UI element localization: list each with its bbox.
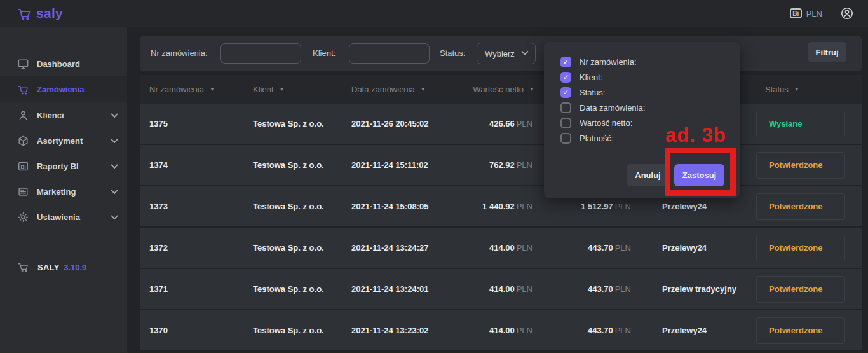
sidebar: Dashboard Zamówienia Klienci Asorty [0, 27, 127, 353]
account-icon[interactable] [840, 6, 854, 20]
package-icon [17, 135, 29, 147]
client-filter-input[interactable] [349, 43, 430, 64]
sort-arrow-icon: ▼ [421, 87, 426, 92]
column-header-status[interactable]: Status▼ [750, 85, 862, 94]
table-row[interactable]: 1373 Testowa Sp. z o.o. 2021-11-24 15:08… [140, 186, 862, 226]
sidebar-item-dashboard[interactable]: Dashboard [0, 52, 127, 77]
status-cell: Potwierdzone [750, 317, 862, 344]
checkbox-checked[interactable]: ✓ [560, 87, 571, 98]
order-date-cell: 2021-11-24 13:23:02 [351, 326, 471, 335]
checkbox-unchecked[interactable] [560, 102, 571, 113]
user-icon [17, 109, 29, 121]
status-cell: Potwierdzone [750, 152, 862, 179]
payment-cell: Przelewy24 [634, 326, 750, 335]
popup-option: ✓ Status: [544, 85, 740, 100]
column-header-netto[interactable]: Wartość netto▼ [471, 85, 534, 94]
brutto-cell: 443.70PLN [534, 284, 634, 294]
chevron-down-icon [111, 187, 118, 194]
netto-cell: 414.00PLN [471, 284, 534, 294]
topbar: saly Bi PLN [0, 0, 868, 27]
news-icon [17, 186, 29, 198]
netto-cell: 426.66PLN [471, 119, 534, 128]
brutto-cell: 1 512.97PLN [534, 202, 634, 211]
sidebar-item-klienci[interactable]: Klienci [0, 102, 127, 128]
table-header: Nr zamówienia▼ Klient▼ Data zamówienia▼ … [140, 75, 862, 104]
cart-icon [17, 83, 29, 95]
payment-cell: Przelewy24 [634, 243, 750, 253]
cart-icon [17, 261, 29, 273]
filter-button[interactable]: Filtruj [808, 42, 846, 62]
column-header-order-no[interactable]: Nr zamówienia▼ [140, 85, 253, 94]
status-cell: Potwierdzone [750, 193, 862, 220]
sidebar-item-ustawienia[interactable]: Ustawienia [0, 204, 127, 230]
bi-icon: Bi [17, 160, 29, 172]
client-filter-label: Klient: [313, 48, 336, 58]
status-filter-label: Status: [440, 48, 465, 58]
order-date-cell: 2021-11-26 20:45:02 [351, 119, 471, 128]
column-header-order-date[interactable]: Data zamówienia▼ [351, 85, 471, 94]
netto-cell: 762.92PLN [471, 160, 534, 170]
currency-label: PLN [806, 9, 822, 18]
chevron-down-icon [111, 111, 118, 118]
currency-selector[interactable]: Bi PLN [790, 8, 822, 18]
table-row[interactable]: 1370 Testowa Sp. z o.o. 2021-11-24 13:23… [140, 310, 862, 350]
checkbox-checked[interactable]: ✓ [560, 72, 571, 83]
brutto-cell: 443.70PLN [534, 243, 634, 253]
sidebar-item-label: Asortyment [37, 136, 112, 146]
chevron-down-icon [521, 48, 528, 55]
sidebar-item-zamowienia[interactable]: Zamówienia [0, 77, 127, 102]
order-date-cell: 2021-11-24 15:08:05 [351, 202, 471, 211]
app-version: 3.10.9 [64, 263, 86, 272]
status-badge: Potwierdzone [756, 235, 845, 261]
status-cell: Potwierdzone [750, 276, 862, 303]
sidebar-item-label: Dashboard [37, 59, 117, 69]
chevron-down-icon [111, 212, 118, 219]
checkbox-unchecked[interactable] [560, 133, 571, 144]
status-badge: Potwierdzone [756, 152, 845, 179]
table-row[interactable]: 1372 Testowa Sp. z o.o. 2021-11-24 13:24… [140, 228, 862, 268]
chevron-down-icon [111, 136, 118, 143]
sidebar-item-asortyment[interactable]: Asortyment [0, 128, 127, 153]
table-row[interactable]: 1371 Testowa Sp. z o.o. 2021-11-24 13:24… [140, 269, 862, 309]
column-header-client[interactable]: Klient▼ [253, 85, 351, 94]
status-select-value: Wybierz [485, 49, 515, 59]
status-filter-select[interactable]: Wybierz [477, 43, 536, 64]
status-badge: Potwierdzone [756, 276, 845, 303]
payment-cell: Przelew tradycyjny [634, 284, 750, 294]
table-row[interactable]: 1374 Testowa Sp. z o.o. 2021-11-24 15:11… [140, 145, 862, 185]
sort-arrow-icon: ▼ [794, 87, 799, 92]
app-logo[interactable]: saly [16, 6, 63, 21]
client-cell: Testowa Sp. z o.o. [253, 326, 351, 335]
filter-panel: Nr zamówienia: Klient: Status: Wybierz F… [140, 36, 862, 71]
netto-cell: 414.00PLN [471, 326, 534, 335]
checkbox-unchecked[interactable] [560, 118, 571, 128]
sidebar-item-raporty-bi[interactable]: Bi Raporty BI [0, 153, 127, 179]
order-date-cell: 2021-11-24 15:11:02 [351, 160, 471, 170]
status-badge: Potwierdzone [756, 317, 845, 344]
table-row[interactable]: 1375 Testowa Sp. z o.o. 2021-11-26 20:45… [140, 104, 862, 144]
order-no-cell: 1374 [140, 160, 253, 170]
sidebar-item-marketing[interactable]: Marketing [0, 179, 127, 204]
sidebar-item-label: Marketing [37, 187, 112, 197]
order-no-cell: 1371 [140, 284, 253, 294]
sort-arrow-icon: ▼ [280, 87, 285, 92]
popup-option: ✓ Nr zamówienia: [544, 54, 740, 69]
sidebar-item-label: Ustawienia [37, 212, 112, 222]
popup-option: ✓ Klient: [544, 69, 740, 85]
sidebar-footer: SALY 3.10.9 [17, 261, 86, 273]
order-no-cell: 1375 [140, 119, 253, 128]
annotation-label: ad. 3b [665, 124, 726, 147]
cancel-button[interactable]: Anuluj [627, 164, 669, 186]
chevron-down-icon [111, 162, 118, 169]
order-no-filter-input[interactable] [220, 43, 301, 64]
checkbox-checked[interactable]: ✓ [560, 57, 571, 67]
banknote-icon: Bi [790, 8, 802, 18]
order-no-cell: 1373 [140, 202, 253, 211]
sidebar-nav: Dashboard Zamówienia Klienci Asorty [0, 27, 127, 230]
status-badge: Wysłane [756, 111, 845, 137]
svg-text:Bi: Bi [21, 163, 26, 169]
netto-cell: 414.00PLN [471, 243, 534, 253]
order-date-cell: 2021-11-24 13:24:01 [351, 284, 471, 294]
client-cell: Testowa Sp. z o.o. [253, 243, 351, 253]
payment-cell: Przelewy24 [634, 202, 750, 211]
